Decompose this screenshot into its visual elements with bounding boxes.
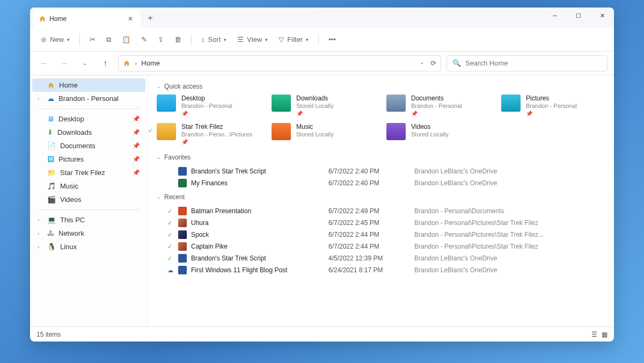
thumbnails-view-button[interactable]: ▦ (602, 331, 608, 338)
qa-desktop[interactable]: DesktopBrandon - Personal📌 (157, 95, 261, 117)
sort-icon: ↕ (201, 35, 205, 43)
chevron-down-icon: ▾ (306, 37, 309, 42)
file-row[interactable]: ✓Spock 6/7/2022 2:44 PM Brandon - Person… (157, 229, 605, 241)
image-icon (178, 219, 187, 227)
copy-button[interactable]: ⧉ (102, 33, 115, 46)
excel-icon (178, 179, 187, 187)
sidebar-item-network[interactable]: › 🖧 Network (32, 227, 145, 240)
qa-videos[interactable]: VideosStored Locally (386, 123, 491, 145)
desktop-folder-icon (157, 95, 176, 112)
folder-icon: 📁 (47, 169, 56, 177)
file-row[interactable]: ✓Brandon's Star Trek Script 4/5/2022 12:… (157, 252, 605, 264)
expand-icon[interactable]: › (38, 231, 43, 236)
new-icon: ⊕ (41, 35, 47, 43)
search-input[interactable] (465, 59, 602, 67)
file-row[interactable]: My Finances 6/7/2022 2:40 PM Brandon LeB… (157, 177, 605, 189)
section-quick-access[interactable]: ⌄ Quick access (157, 83, 605, 90)
cloud-icon: ☁ (47, 95, 54, 103)
pictures-folder-icon (501, 95, 521, 112)
file-row[interactable]: ☁First Windows 11 Flight Blog Post 6/24/… (157, 264, 605, 276)
sidebar-item-onedrive[interactable]: › ☁ Brandon - Personal (32, 92, 145, 105)
expand-icon[interactable]: › (38, 96, 43, 101)
qa-startrek[interactable]: ✓ Star Trek FilezBrandon - Perso...\Pict… (157, 123, 261, 145)
sidebar-item-videos[interactable]: 🎬 Videos (32, 193, 145, 206)
pc-icon: 💻 (47, 216, 56, 224)
file-row[interactable]: ✓Captain Pike 6/7/2022 2:44 PM Brandon -… (157, 241, 605, 252)
more-button[interactable]: ••• (324, 33, 340, 46)
up-button[interactable]: ↑ (98, 56, 113, 71)
qa-downloads[interactable]: DownloadsStored Locally📌 (272, 95, 376, 117)
view-icon: ☰ (237, 35, 244, 43)
search-icon: 🔍 (452, 59, 461, 67)
quick-access-grid: DesktopBrandon - Personal📌 DownloadsStor… (157, 95, 605, 145)
sidebar-item-music[interactable]: 🎵 Music (32, 179, 145, 193)
sidebar-item-downloads[interactable]: ⬇ Downloads 📌 (32, 126, 145, 139)
sidebar-item-desktop[interactable]: 🖥 Desktop 📌 (32, 112, 145, 126)
sync-icon: ✓ (167, 231, 174, 238)
view-button[interactable]: ☰ View ▾ (233, 33, 272, 46)
section-favorites[interactable]: ⌄ Favorites (157, 154, 605, 161)
sidebar-item-home[interactable]: Home (32, 78, 145, 92)
close-tab-icon[interactable]: ✕ (128, 15, 133, 23)
file-row[interactable]: Brandon's Star Trek Script 6/7/2022 2:40… (157, 165, 605, 177)
sort-button[interactable]: ↕ Sort ▾ (197, 33, 231, 46)
breadcrumb[interactable]: › Home ⌄ ⟳ (118, 55, 441, 71)
tab-home[interactable]: Home ✕ (33, 10, 141, 28)
back-button[interactable]: ← (36, 56, 52, 71)
sync-icon: ✓ (167, 208, 174, 215)
window-controls: ─ ☐ ✕ (543, 8, 614, 24)
more-icon: ••• (328, 35, 336, 43)
filter-button[interactable]: ▽ Filter ▾ (274, 33, 313, 46)
new-tab-button[interactable]: ＋ (146, 12, 155, 24)
qa-pictures[interactable]: PicturesBrandon - Personal📌 (501, 95, 605, 117)
pin-icon: 📌 (133, 129, 140, 136)
pin-icon: 📌 (526, 111, 577, 117)
maximize-button[interactable]: ☐ (567, 8, 590, 24)
sync-icon: ✓ (148, 127, 153, 134)
sidebar-item-linux[interactable]: › 🐧 Linux (32, 240, 145, 253)
image-icon (178, 230, 187, 239)
chevron-down-icon: ▾ (67, 37, 70, 42)
breadcrumb-current: Home (141, 59, 160, 67)
cut-button[interactable]: ✂ (85, 33, 100, 46)
rename-button[interactable]: ✎ (137, 33, 151, 46)
content-pane: ⌄ Quick access DesktopBrandon - Personal… (148, 75, 614, 326)
documents-icon: 📄 (47, 142, 56, 150)
powerpoint-icon (178, 207, 187, 215)
close-button[interactable]: ✕ (590, 8, 614, 24)
share-button[interactable]: ⇪ (153, 33, 168, 46)
downloads-icon: ⬇ (47, 128, 53, 136)
pin-icon: 📌 (133, 115, 140, 122)
delete-button[interactable]: 🗑 (170, 33, 186, 46)
chevron-down-icon[interactable]: ⌄ (420, 59, 424, 67)
qa-music[interactable]: MusicStored Locally (272, 123, 376, 145)
new-button[interactable]: ⊕ New ▾ (36, 33, 74, 46)
chevron-down-icon: ⌄ (157, 155, 161, 160)
sidebar-item-startrek[interactable]: 📁 Star Trek Filez 📌 (32, 166, 145, 179)
qa-documents[interactable]: DocumentsBrandon - Personal📌 (386, 95, 491, 117)
chevron-down-icon: ⌄ (157, 84, 161, 89)
expand-icon[interactable]: › (38, 217, 43, 223)
sidebar-item-thispc[interactable]: › 💻 This PC (32, 213, 145, 227)
image-icon (178, 242, 187, 251)
chevron-down-icon: ▾ (265, 37, 268, 42)
pin-icon: 📌 (133, 169, 140, 176)
sidebar-item-documents[interactable]: 📄 Documents 📌 (32, 139, 145, 153)
expand-icon[interactable]: › (38, 244, 43, 250)
minimize-button[interactable]: ─ (543, 8, 567, 24)
titlebar: Home ✕ ＋ ─ ☐ ✕ (30, 8, 614, 28)
filter-icon: ▽ (279, 35, 284, 43)
file-row[interactable]: ✓Batman Presentation 6/7/2022 2:49 PM Br… (157, 205, 605, 217)
pin-icon: 📌 (181, 139, 252, 145)
paste-button[interactable]: 📋 (118, 33, 135, 46)
file-row[interactable]: ✓Uhura 6/7/2022 2:45 PM Brandon - Person… (157, 217, 605, 229)
downloads-folder-icon (272, 95, 291, 112)
recent-locations-button[interactable]: ⌄ (77, 56, 92, 71)
sidebar-item-pictures[interactable]: 🖼 Pictures 📌 (32, 153, 145, 166)
section-recent[interactable]: ⌄ Recent (157, 193, 605, 201)
details-view-button[interactable]: ☰ (591, 331, 597, 338)
search-box[interactable]: 🔍 (447, 55, 608, 71)
breadcrumb-separator: › (135, 59, 137, 67)
refresh-icon[interactable]: ⟳ (430, 59, 436, 67)
forward-button[interactable]: → (57, 56, 72, 71)
